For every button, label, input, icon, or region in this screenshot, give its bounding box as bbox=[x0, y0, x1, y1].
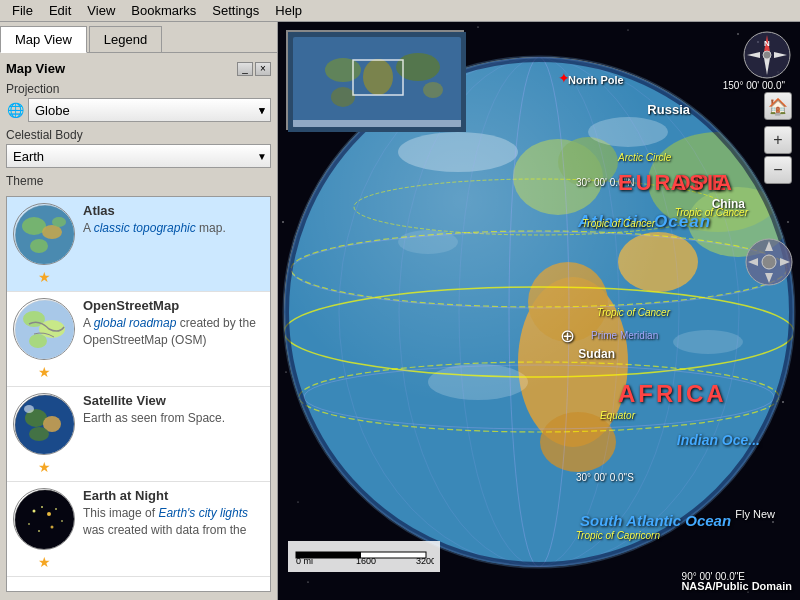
theme-list[interactable]: ★ Atlas A classic topographic map. bbox=[6, 196, 271, 592]
tropic-capricorn-label: Tropic of Capricorn bbox=[576, 530, 660, 541]
russia-label: Russia bbox=[647, 102, 690, 117]
sudan-label: Sudan bbox=[578, 347, 615, 361]
compass-svg: N bbox=[742, 30, 792, 80]
map-area[interactable]: North Pole ✦ Russia 150° 00' 00.0" 30° 0… bbox=[278, 22, 800, 600]
panel-content: Map View _ × Projection 🌐 Globe Mercator… bbox=[0, 53, 277, 600]
svg-point-20 bbox=[47, 512, 51, 516]
svg-point-3 bbox=[30, 239, 48, 253]
south-atlantic-label: South Atlantic Ocean bbox=[580, 512, 731, 529]
night-name: Earth at Night bbox=[83, 488, 264, 503]
projection-label: Projection bbox=[6, 82, 271, 96]
attribution: NASA/Public Domain bbox=[681, 580, 792, 592]
indian-ocean-label: Indian Oce... bbox=[677, 432, 760, 448]
scale-min: 0 mi bbox=[296, 556, 313, 566]
atlas-desc: A classic topographic map. bbox=[83, 220, 264, 237]
projection-select[interactable]: Globe Mercator Equirectangular bbox=[28, 98, 271, 122]
lon150-label: 150° 00' 00.0" bbox=[723, 80, 785, 91]
menu-file[interactable]: File bbox=[4, 1, 41, 20]
menu-settings[interactable]: Settings bbox=[204, 1, 267, 20]
svg-point-24 bbox=[38, 530, 40, 532]
compass[interactable]: N bbox=[742, 30, 792, 80]
svg-point-21 bbox=[55, 508, 57, 510]
celestial-body-wrapper: Earth Moon Mars bbox=[6, 144, 271, 168]
minimap-svg bbox=[288, 32, 466, 132]
svg-point-88 bbox=[763, 51, 771, 59]
osm-stars: ★ bbox=[38, 364, 51, 380]
menu-view[interactable]: View bbox=[79, 1, 123, 20]
celestial-body-select[interactable]: Earth Moon Mars bbox=[6, 144, 271, 168]
tab-map-view[interactable]: Map View bbox=[0, 26, 87, 53]
osm-desc: A global roadmap created by the OpenStre… bbox=[83, 315, 264, 349]
close-panel-button[interactable]: × bbox=[255, 62, 271, 76]
left-panel: Map View Legend Map View _ × Projection … bbox=[0, 22, 278, 600]
satellite-stars: ★ bbox=[38, 459, 51, 475]
tropic-cancer-center-label: Tropic of Cancer bbox=[597, 307, 670, 318]
projection-section: Projection 🌐 Globe Mercator Equirectangu… bbox=[6, 82, 271, 122]
osm-info: OpenStreetMap A global roadmap created b… bbox=[83, 298, 264, 349]
menu-bar: File Edit View Bookmarks Settings Help bbox=[0, 0, 800, 22]
scale-bar: 0 mi 1600 3200 bbox=[288, 541, 440, 572]
atlas-stars: ★ bbox=[38, 269, 51, 285]
night-info: Earth at Night This image of Earth's cit… bbox=[83, 488, 264, 539]
svg-point-2 bbox=[42, 225, 62, 239]
star-filled: ★ bbox=[38, 364, 51, 380]
svg-point-76 bbox=[325, 58, 361, 82]
theme-label: Theme bbox=[6, 174, 271, 188]
osm-desc-italic: global roadmap bbox=[94, 316, 177, 330]
night-stars: ★ bbox=[38, 554, 51, 570]
celestial-body-label: Celestial Body bbox=[6, 128, 271, 142]
minimap bbox=[286, 30, 464, 130]
scale-mid: 1600 bbox=[356, 556, 376, 566]
menu-edit[interactable]: Edit bbox=[41, 1, 79, 20]
svg-point-77 bbox=[363, 59, 393, 95]
celestial-body-section: Celestial Body Earth Moon Mars bbox=[6, 128, 271, 168]
tab-bar: Map View Legend bbox=[0, 22, 277, 53]
theme-item-osm[interactable]: ★ OpenStreetMap A global roadmap created… bbox=[7, 292, 270, 387]
zoom-out-button[interactable]: − bbox=[764, 156, 792, 184]
satellite-info: Satellite View Earth as seen from Space. bbox=[83, 393, 264, 427]
svg-point-22 bbox=[28, 523, 30, 525]
theme-item-atlas[interactable]: ★ Atlas A classic topographic map. bbox=[7, 197, 270, 292]
menu-help[interactable]: Help bbox=[267, 1, 310, 20]
svg-point-25 bbox=[61, 520, 63, 522]
nav-pad-svg bbox=[744, 237, 794, 287]
main-layout: Map View Legend Map View _ × Projection … bbox=[0, 22, 800, 600]
svg-point-18 bbox=[33, 510, 36, 513]
menu-bookmarks[interactable]: Bookmarks bbox=[123, 1, 204, 20]
svg-point-80 bbox=[423, 82, 443, 98]
arctic-circle-label: Arctic Circle bbox=[618, 152, 671, 163]
svg-text:N: N bbox=[764, 39, 770, 48]
star-filled: ★ bbox=[38, 554, 51, 570]
svg-point-95 bbox=[762, 255, 776, 269]
theme-thumb-atlas bbox=[13, 203, 75, 265]
fly-new-label: Fly New bbox=[735, 508, 775, 520]
theme-item-night[interactable]: ★ Earth at Night This image of Earth's c… bbox=[7, 482, 270, 577]
atlas-info: Atlas A classic topographic map. bbox=[83, 203, 264, 237]
map-view-label: Map View bbox=[6, 61, 65, 76]
osm-name: OpenStreetMap bbox=[83, 298, 264, 313]
svg-point-17 bbox=[15, 490, 75, 550]
tropic-cancer-left-label: Tropic of Cancer bbox=[582, 218, 655, 229]
minimize-button[interactable]: _ bbox=[237, 62, 253, 76]
scale-svg: 0 mi 1600 3200 bbox=[294, 544, 434, 566]
night-desc-italic: Earth's city lights bbox=[158, 506, 248, 520]
north-pole-marker: ✦ bbox=[558, 70, 570, 86]
svg-point-23 bbox=[51, 526, 54, 529]
atlas-desc-italic: classic topographic bbox=[94, 221, 196, 235]
night-desc: This image of Earth's city lights was cr… bbox=[83, 505, 264, 539]
svg-point-15 bbox=[24, 405, 34, 413]
equator-label: Equator bbox=[600, 410, 635, 421]
theme-item-satellite[interactable]: ★ Satellite View Earth as seen from Spac… bbox=[7, 387, 270, 482]
zoom-in-button[interactable]: + bbox=[764, 126, 792, 154]
theme-thumb-night bbox=[13, 488, 75, 550]
nav-pad[interactable] bbox=[744, 237, 794, 287]
tab-legend[interactable]: Legend bbox=[89, 26, 162, 52]
north-pole-label: North Pole bbox=[568, 74, 624, 86]
svg-point-9 bbox=[29, 334, 47, 348]
home-button[interactable]: 🏠 bbox=[764, 92, 792, 120]
svg-rect-82 bbox=[293, 120, 461, 127]
svg-point-79 bbox=[331, 87, 355, 107]
crosshair: ⊕ bbox=[560, 325, 575, 347]
projection-select-wrapper: 🌐 Globe Mercator Equirectangular bbox=[6, 98, 271, 122]
africa-label: AFRICA bbox=[618, 380, 727, 408]
